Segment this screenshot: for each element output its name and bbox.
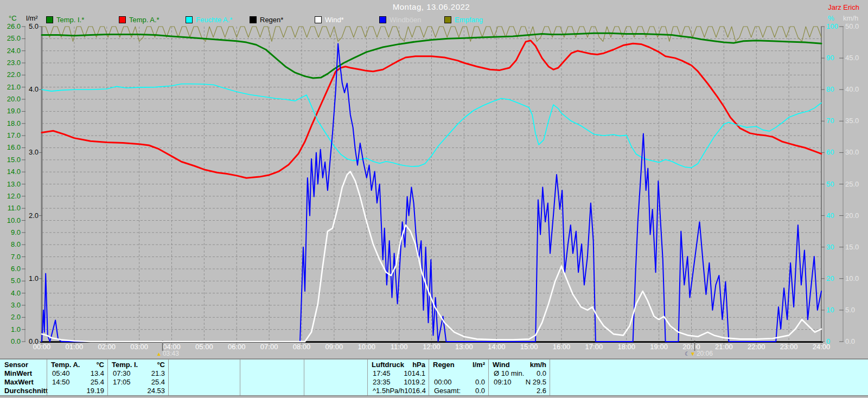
table-divider xyxy=(304,360,304,395)
table-divider xyxy=(107,360,108,395)
table-divider xyxy=(488,360,489,395)
summary-cell-row: Gesamt:0.0 xyxy=(429,387,488,395)
summary-col-regen: Regenl/m²00:000.0Gesamt:0.0 xyxy=(429,361,488,395)
time-label: 09:00 xyxy=(326,343,343,351)
col-unit: km/h xyxy=(530,361,546,369)
time-label: 12:00 xyxy=(423,343,441,351)
temp-tick-label: 5.0 xyxy=(11,277,21,285)
temp-tick-label: 8.0 xyxy=(11,240,21,248)
humidity-tick-label: 20 xyxy=(826,274,834,283)
temp-tick-label: 7.0 xyxy=(11,253,21,261)
table-divider xyxy=(240,360,240,395)
cell-value: 1014.1 xyxy=(404,369,425,378)
time-label: 02:00 xyxy=(98,343,116,351)
time-label: 16:00 xyxy=(553,343,571,351)
temp-tick-label: 26.0 xyxy=(7,22,21,30)
temp-tick-label: 6.0 xyxy=(11,265,21,273)
summary-cell-row: 17:451014.1 xyxy=(367,369,429,378)
summary-cell-row xyxy=(429,369,488,378)
cell-time: Gesamt: xyxy=(434,387,461,395)
cell-value: 0.0 xyxy=(537,369,546,378)
rain-tick-label: 3.0 xyxy=(29,148,39,156)
summary-row-labels: SensorMinWertMaxWertDurchschnitt xyxy=(4,361,48,395)
temp-tick-label: 25.0 xyxy=(7,34,21,42)
summary-col-luftdruck: LuftdruckhPa17:451014.123:351019.2^1.5hP… xyxy=(367,361,429,395)
time-label: 13:00 xyxy=(455,343,473,351)
summary-row-label: Sensor xyxy=(4,361,48,369)
time-label: 11:00 xyxy=(391,343,408,351)
col-unit: l/m² xyxy=(473,361,485,369)
temp-tick-label: 19.0 xyxy=(7,107,21,115)
cell-value: 25.4 xyxy=(151,378,165,387)
sunset-icon: ▼ xyxy=(690,351,695,357)
temp-tick-label: 18.0 xyxy=(7,119,21,127)
temp-tick-label: 12.0 xyxy=(7,192,21,200)
summary-row-label: MaxWert xyxy=(4,378,48,387)
cell-time: 17:45 xyxy=(373,369,391,378)
col-title: Temp. I. xyxy=(112,361,138,369)
wind-tick-label: 5.0 xyxy=(845,306,855,314)
summary-cell-row xyxy=(168,378,240,387)
temp-tick-label: 24.0 xyxy=(7,47,21,55)
temp-tick-label: 23.0 xyxy=(7,59,21,67)
rain-tick-label: 2.0 xyxy=(29,211,39,220)
humidity-tick-label: 50 xyxy=(826,180,834,188)
temp-tick-label: 13.0 xyxy=(7,180,21,188)
humidity-tick-label: 10 xyxy=(826,306,834,314)
summary-col-temp-i-: Temp. I.°C07:3021.317:0525.424.53 xyxy=(107,361,168,395)
time-label: 21:00 xyxy=(715,343,733,351)
summary-col-empty xyxy=(304,361,367,395)
temp-tick-label: 16.0 xyxy=(7,143,21,151)
col-title: Regen xyxy=(433,361,455,369)
cell-value: N 29.5 xyxy=(526,378,546,387)
time-label: 10:00 xyxy=(358,343,375,351)
rain-tick-label: 1.0 xyxy=(29,274,39,283)
summary-cell-row xyxy=(168,387,240,395)
summary-cell-row: ^1.5hPa/h1016.4 xyxy=(367,387,429,395)
wind-tick-label: 30.0 xyxy=(845,148,859,156)
cell-time: 00:00 xyxy=(434,378,452,387)
sunset-time: 20:06 xyxy=(697,350,713,357)
cell-time: 05:40 xyxy=(52,369,70,378)
cell-value: 21.3 xyxy=(151,369,165,378)
wind-tick-label: 45.0 xyxy=(845,54,859,62)
wind-tick-label: 20.0 xyxy=(845,211,859,220)
wind-tick-label: 0.0 xyxy=(845,337,855,345)
cell-value: 0.0 xyxy=(475,387,485,395)
wind-tick-label: 15.0 xyxy=(845,243,859,251)
time-label: 22:00 xyxy=(748,343,765,351)
cell-time: Ø 10 min. xyxy=(494,369,524,378)
temp-tick-label: 17.0 xyxy=(7,131,21,139)
cell-value: 13.4 xyxy=(91,369,104,378)
summary-col-wind: Windkm/hØ 10 min.0.009:10N 29.52.6 xyxy=(488,361,550,395)
temp-tick-label: 2.0 xyxy=(11,313,21,321)
summary-cell-row: 19.19 xyxy=(47,387,107,395)
summary-cell-row xyxy=(304,369,367,378)
humidity-tick-label: 40 xyxy=(826,211,834,220)
rain-tick-label: 5.0 xyxy=(29,22,39,30)
time-label: 24:00 xyxy=(813,343,831,351)
summary-cell-row xyxy=(168,369,240,378)
cell-time: ^1.5hPa/h xyxy=(373,387,404,395)
cell-value: 24.53 xyxy=(147,387,165,395)
col-title: Luftdruck xyxy=(372,361,404,369)
summary-cell-row: 09:10N 29.5 xyxy=(488,378,550,387)
temp-tick-label: 9.0 xyxy=(11,228,21,236)
humidity-tick-label: 30 xyxy=(826,243,834,251)
time-label: 08:00 xyxy=(293,343,311,351)
cell-time: 07:30 xyxy=(113,369,131,378)
summary-table: SensorMinWertMaxWertDurchschnitt Temp. A… xyxy=(0,358,868,396)
time-label: 00:00 xyxy=(33,343,51,351)
time-label: 14:00 xyxy=(488,343,506,351)
time-label: 18:00 xyxy=(617,343,635,351)
time-label: 07:00 xyxy=(260,343,278,351)
time-label: 01:00 xyxy=(66,343,84,351)
summary-cell-row xyxy=(240,387,304,395)
humidity-tick-label: 90 xyxy=(826,54,834,62)
temp-tick-label: 3.0 xyxy=(11,301,21,309)
summary-cell-row: 17:0525.4 xyxy=(107,378,168,387)
sunrise-icon: ▲ xyxy=(156,351,162,357)
summary-cell-row: 07:3021.3 xyxy=(107,369,168,378)
cell-time: 14:50 xyxy=(52,378,70,387)
col-unit: hPa xyxy=(412,361,425,369)
